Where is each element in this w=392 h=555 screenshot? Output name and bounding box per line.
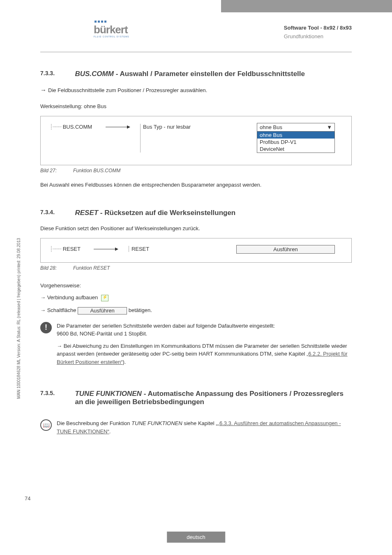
- info-note: 📖 Die Beschreibung der Funktion TUNE FUN…: [40, 419, 352, 435]
- top-grey-bar: [221, 0, 392, 12]
- para: Diese Funktion setzt den Positioner auf …: [40, 224, 352, 233]
- tree-node-buscomm: ┊┄┄┄ BUS.COMM: [50, 124, 92, 130]
- footer-language: deutsch: [167, 532, 225, 543]
- section-number: 7.3.5.: [40, 390, 73, 396]
- svg-marker-3: [115, 247, 118, 251]
- dropdown-option[interactable]: DeviceNet: [257, 146, 334, 153]
- doc-subtitle: Grundfunktionen: [284, 33, 352, 39]
- arrow-icon: [106, 125, 130, 132]
- figure-caption: Bild 27:Funktion BUS.COMM: [40, 168, 352, 173]
- dropdown-option[interactable]: Profibus DP-V1: [257, 139, 334, 146]
- chevron-down-icon: ▼: [327, 124, 332, 130]
- section-number: 7.3.4.: [40, 209, 73, 215]
- logo: bürkert FLUID CONTROL SYSTEMS: [94, 21, 129, 38]
- doc-title: Software Tool - 8x92 / 8x93: [284, 25, 352, 31]
- dropdown-option[interactable]: ohne Bus: [257, 132, 334, 139]
- exclamation-icon: !: [40, 322, 52, 366]
- book-icon: 📖: [40, 419, 52, 435]
- tree-node-reset: ┊┄┄┄ RESET: [50, 246, 81, 252]
- svg-marker-1: [127, 125, 130, 129]
- section-734-heading: 7.3.4. RESET - Rücksetzen auf die Werkse…: [40, 209, 352, 217]
- warning-note: ! Die Parameter der seriellen Schnittste…: [40, 322, 352, 366]
- buscomm-box: ┊┄┄┄ BUS.COMM Bus Typ - nur lesbar ohne …: [40, 116, 352, 165]
- side-meta-text: MAN 1000184628 ML Version: A Status: RL …: [16, 238, 21, 399]
- bus-type-dropdown[interactable]: ohne Bus▼ ohne Bus Profibus DP-V1 Device…: [257, 123, 335, 153]
- section-number: 7.3.3.: [40, 70, 73, 76]
- field-reset: RESET: [129, 246, 227, 252]
- arrow-icon: [94, 247, 118, 254]
- procedure-step: → Verbindung aufbauen: [40, 294, 352, 301]
- procedure-step: → Schaltfläche Ausführen betätigen.: [40, 307, 352, 314]
- figure-caption: Bild 28:Funktion RESET: [40, 265, 352, 271]
- section-735-heading: 7.3.5. TUNE FUNKTIONEN - Automatische An…: [40, 390, 352, 406]
- logo-text: bürkert: [94, 23, 129, 36]
- field-bus-type: Bus Typ - nur lesbar: [140, 124, 191, 153]
- procedure-heading: Vorgehensweise:: [40, 282, 352, 289]
- para: →Die Feldbusschnittstelle zum Positioner…: [40, 86, 352, 95]
- execute-button-inline[interactable]: Ausführen: [78, 307, 127, 314]
- connect-icon: [101, 295, 108, 301]
- execute-button[interactable]: Ausführen: [236, 245, 335, 254]
- para: Bei Auswahl eines Feldbusses können die …: [40, 181, 352, 189]
- page-number: 74: [25, 495, 30, 502]
- section-733-heading: 7.3.3. BUS.COMM - Auswahl / Parameter ei…: [40, 70, 352, 78]
- para: Werkseinstellung: ohne Bus: [40, 102, 352, 111]
- reset-box: ┊┄┄┄ RESET RESET Ausführen: [40, 238, 352, 263]
- dropdown-list: ohne Bus Profibus DP-V1 DeviceNet: [257, 132, 335, 153]
- procedure: Vorgehensweise: → Verbindung aufbauen → …: [40, 282, 352, 314]
- logo-subtext: FLUID CONTROL SYSTEMS: [94, 35, 129, 38]
- page-header: bürkert FLUID CONTROL SYSTEMS Software T…: [40, 17, 352, 52]
